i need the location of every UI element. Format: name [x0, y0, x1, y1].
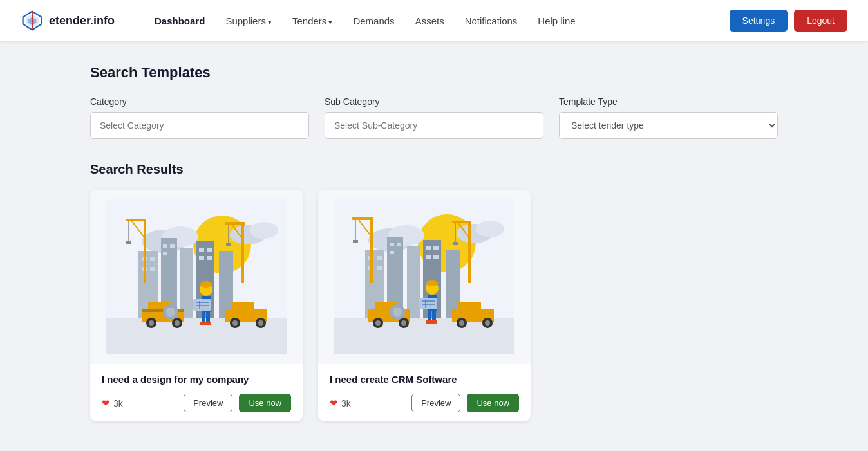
category-label: Category: [90, 97, 309, 107]
nav-suppliers[interactable]: Suppliers: [216, 10, 281, 32]
svg-rect-77: [377, 256, 382, 260]
navbar-actions: Settings Logout: [730, 10, 847, 32]
heart-icon-2: ❤: [330, 398, 338, 409]
svg-rect-23: [207, 248, 212, 252]
svg-rect-82: [390, 251, 394, 254]
nav-assets[interactable]: Assets: [406, 10, 453, 32]
svg-rect-83: [426, 246, 431, 250]
search-templates-title: Search Templates: [90, 64, 778, 81]
svg-rect-20: [170, 244, 175, 248]
svg-rect-37: [226, 243, 231, 246]
svg-point-111: [485, 320, 490, 326]
svg-point-49: [232, 320, 238, 326]
svg-rect-26: [144, 219, 146, 283]
use-now-button-1[interactable]: Use now: [239, 394, 291, 412]
cards-grid: I need a design for my company ❤ 3k Prev…: [90, 190, 778, 421]
svg-rect-79: [377, 266, 382, 270]
subcategory-group: Sub Category: [325, 97, 543, 139]
nav-helpline[interactable]: Help line: [529, 10, 584, 32]
svg-rect-117: [426, 320, 431, 324]
svg-rect-31: [126, 241, 131, 244]
card-footer-1: ❤ 3k Preview Use now: [102, 394, 291, 412]
search-results-title: Search Results: [90, 162, 778, 177]
card-footer-2: ❤ 3k Preview Use now: [330, 394, 519, 412]
svg-rect-93: [468, 221, 471, 283]
preview-button-2[interactable]: Preview: [411, 394, 460, 412]
svg-rect-59: [193, 299, 211, 311]
likes-count-1: 3k: [113, 398, 123, 409]
svg-point-103: [375, 320, 381, 326]
nav-dashboard[interactable]: Dashboard: [146, 10, 214, 32]
svg-rect-115: [428, 310, 431, 322]
svg-point-51: [258, 320, 263, 326]
card-title-1: I need a design for my company: [102, 374, 291, 385]
svg-rect-18: [150, 267, 155, 271]
card-likes-1: ❤ 3k: [102, 398, 177, 409]
svg-point-53: [200, 281, 212, 288]
svg-rect-86: [433, 255, 439, 259]
svg-point-42: [149, 320, 154, 326]
svg-point-70: [476, 221, 504, 237]
card-body-1: I need a design for my company ❤ 3k Prev…: [90, 364, 303, 421]
search-form: Category Sub Category Template Type Sele…: [90, 97, 778, 139]
category-input[interactable]: [90, 112, 309, 139]
template-type-group: Template Type Select tender type Open Te…: [559, 97, 778, 139]
svg-point-44: [175, 320, 180, 326]
svg-rect-25: [207, 256, 212, 260]
svg-rect-22: [199, 248, 204, 252]
brand-logo-icon: [21, 9, 44, 32]
svg-rect-87: [370, 217, 373, 283]
subcategory-label: Sub Category: [325, 97, 543, 107]
svg-rect-81: [397, 243, 401, 246]
svg-point-105: [401, 320, 406, 326]
svg-rect-85: [426, 255, 431, 259]
card-image-2: [318, 190, 531, 364]
svg-rect-92: [353, 240, 358, 243]
svg-rect-16: [150, 257, 155, 261]
preview-button-1[interactable]: Preview: [184, 394, 232, 412]
likes-count-2: 3k: [341, 398, 351, 409]
svg-rect-58: [205, 322, 211, 325]
svg-rect-27: [126, 219, 146, 221]
card-image-1: [90, 190, 303, 364]
card-likes-2: ❤ 3k: [330, 398, 405, 409]
svg-rect-80: [390, 243, 394, 246]
template-type-select[interactable]: Select tender type Open Tender Closed Te…: [559, 112, 778, 139]
brand-logo-link[interactable]: etender.info: [21, 9, 115, 32]
svg-rect-116: [432, 310, 436, 322]
svg-rect-47: [232, 302, 254, 311]
navbar: etender.info Dashboard Suppliers Tenders…: [0, 0, 868, 41]
svg-point-109: [459, 320, 464, 326]
svg-rect-21: [163, 252, 167, 255]
svg-rect-57: [200, 322, 205, 325]
main-content: Search Templates Category Sub Category T…: [0, 41, 868, 447]
nav-notifications[interactable]: Notifications: [456, 10, 527, 32]
nav-tenders[interactable]: Tenders: [283, 10, 341, 32]
svg-point-113: [426, 280, 438, 286]
card-body-2: I need create CRM Software ❤ 3k Preview …: [318, 364, 531, 421]
svg-rect-32: [241, 222, 244, 283]
nav-demands[interactable]: Demands: [344, 10, 403, 32]
svg-rect-98: [453, 242, 458, 245]
use-now-button-2[interactable]: Use now: [467, 394, 519, 412]
template-card-2: I need create CRM Software ❤ 3k Preview …: [318, 190, 531, 421]
svg-rect-88: [352, 217, 373, 220]
svg-rect-119: [419, 298, 437, 309]
nav-items: Dashboard Suppliers Tenders Demands Asse…: [146, 10, 730, 32]
construction-illustration-2: [334, 199, 514, 354]
svg-rect-24: [199, 256, 204, 260]
subcategory-input[interactable]: [325, 112, 543, 139]
svg-point-64: [166, 308, 175, 317]
svg-rect-55: [202, 311, 205, 323]
svg-point-9: [250, 222, 278, 239]
category-group: Category: [90, 97, 309, 139]
svg-rect-84: [433, 246, 439, 250]
heart-icon-1: ❤: [102, 398, 110, 409]
settings-button[interactable]: Settings: [730, 10, 788, 32]
logout-button[interactable]: Logout: [794, 10, 847, 32]
svg-rect-19: [163, 244, 167, 248]
template-card-1: I need a design for my company ❤ 3k Prev…: [90, 190, 303, 421]
brand-name-text: etender.info: [49, 14, 115, 28]
template-type-label: Template Type: [559, 97, 778, 107]
svg-point-124: [393, 308, 402, 317]
